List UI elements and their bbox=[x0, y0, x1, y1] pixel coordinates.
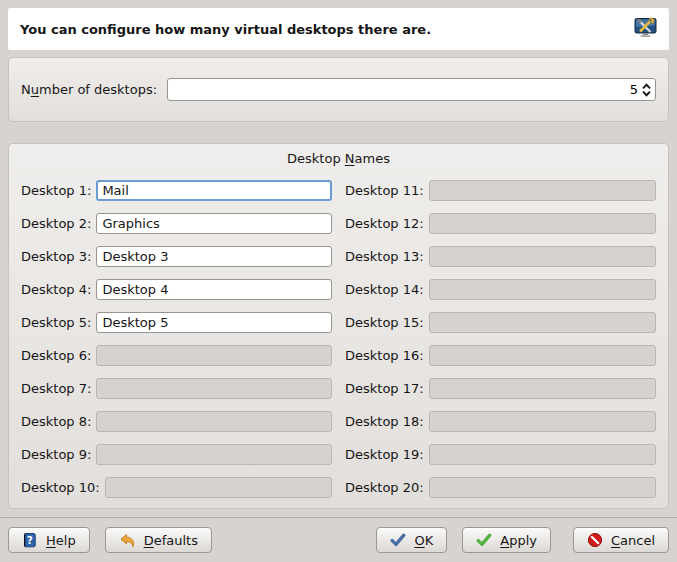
desktop-name-input bbox=[429, 477, 656, 498]
desktop-name-input bbox=[429, 312, 656, 333]
help-button-label: Help bbox=[46, 533, 76, 548]
apply-button-label: Apply bbox=[500, 533, 537, 548]
desktop-name-label: Desktop 9: bbox=[21, 447, 91, 462]
ok-button[interactable]: OK bbox=[376, 527, 447, 553]
desktop-name-label: Desktop 15: bbox=[345, 315, 424, 330]
desktop-name-label: Desktop 7: bbox=[21, 381, 91, 396]
desktop-name-row: Desktop 4: bbox=[21, 279, 332, 300]
number-of-desktops-spinbox bbox=[167, 78, 656, 101]
desktop-name-input bbox=[96, 444, 332, 465]
check-blue-icon bbox=[390, 533, 406, 547]
desktop-name-label: Desktop 5: bbox=[21, 315, 91, 330]
desktop-name-label: Desktop 1: bbox=[21, 183, 91, 198]
desktop-name-label: Desktop 18: bbox=[345, 414, 424, 429]
desktop-name-row: Desktop 3: bbox=[21, 246, 332, 267]
desktop-names-group: Desktop Names Desktop 1: Desktop 2: Desk… bbox=[8, 143, 669, 509]
desktop-name-row: Desktop 19: bbox=[345, 444, 656, 465]
chevron-up-icon[interactable] bbox=[641, 83, 652, 90]
cancel-button-label: Cancel bbox=[611, 533, 655, 548]
virtual-desktops-settings-window: You can configure how many virtual deskt… bbox=[0, 0, 677, 562]
desktop-name-input[interactable] bbox=[96, 279, 332, 300]
desktop-name-row: Desktop 2: bbox=[21, 213, 332, 234]
desktop-name-label: Desktop 3: bbox=[21, 249, 91, 264]
desktop-name-input bbox=[429, 246, 656, 267]
desktop-name-input bbox=[105, 477, 332, 498]
ok-button-label: OK bbox=[414, 533, 433, 548]
desktop-name-label: Desktop 10: bbox=[21, 480, 100, 495]
header-message: You can configure how many virtual deskt… bbox=[20, 22, 431, 37]
desktop-name-label: Desktop 14: bbox=[345, 282, 424, 297]
desktop-name-label: Desktop 20: bbox=[345, 480, 424, 495]
header-band: You can configure how many virtual deskt… bbox=[8, 8, 669, 50]
desktop-name-input[interactable] bbox=[96, 246, 332, 267]
desktop-name-input bbox=[429, 378, 656, 399]
desktop-name-label: Desktop 8: bbox=[21, 414, 91, 429]
help-book-icon: ? bbox=[22, 532, 38, 548]
desktop-name-input[interactable] bbox=[96, 312, 332, 333]
number-of-desktops-label: Number of desktops: bbox=[21, 82, 157, 97]
prohibition-icon bbox=[587, 532, 603, 548]
desktop-name-row: Desktop 8: bbox=[21, 411, 332, 432]
desktop-name-input bbox=[429, 411, 656, 432]
spin-arrows bbox=[641, 83, 652, 97]
desktop-names-column-right: Desktop 11: Desktop 12: Desktop 13: Desk… bbox=[345, 180, 656, 498]
desktop-name-input bbox=[429, 345, 656, 366]
undo-arrow-icon bbox=[119, 533, 136, 548]
desktop-name-input bbox=[429, 444, 656, 465]
desktop-name-label: Desktop 17: bbox=[345, 381, 424, 396]
desktop-name-row: Desktop 13: bbox=[345, 246, 656, 267]
desktop-names-column-left: Desktop 1: Desktop 2: Desktop 3: Desktop… bbox=[21, 180, 332, 498]
help-button[interactable]: ? Help bbox=[8, 527, 90, 553]
desktop-name-label: Desktop 4: bbox=[21, 282, 91, 297]
desktop-name-row: Desktop 1: bbox=[21, 180, 332, 201]
cancel-button[interactable]: Cancel bbox=[573, 527, 669, 553]
desktop-count-panel: Number of desktops: bbox=[8, 57, 669, 122]
desktop-name-label: Desktop 2: bbox=[21, 216, 91, 231]
desktop-name-row: Desktop 9: bbox=[21, 444, 332, 465]
desktop-name-input bbox=[429, 213, 656, 234]
desktop-name-input bbox=[429, 180, 656, 201]
desktop-name-row: Desktop 6: bbox=[21, 345, 332, 366]
apply-button[interactable]: Apply bbox=[462, 527, 551, 553]
desktop-name-row: Desktop 18: bbox=[345, 411, 656, 432]
desktop-name-label: Desktop 13: bbox=[345, 249, 424, 264]
button-bar: ? Help Defaults OK Apply bbox=[8, 518, 669, 553]
desktop-name-label: Desktop 16: bbox=[345, 348, 424, 363]
desktop-name-input[interactable] bbox=[96, 213, 332, 234]
desktop-name-label: Desktop 12: bbox=[345, 216, 424, 231]
desktop-names-title: Desktop Names bbox=[21, 150, 656, 168]
desktop-name-row: Desktop 7: bbox=[21, 378, 332, 399]
desktop-name-input bbox=[96, 345, 332, 366]
defaults-button[interactable]: Defaults bbox=[105, 527, 212, 553]
desktop-name-label: Desktop 11: bbox=[345, 183, 424, 198]
desktop-name-row: Desktop 5: bbox=[21, 312, 332, 333]
chevron-down-icon[interactable] bbox=[641, 90, 652, 97]
desktop-name-row: Desktop 16: bbox=[345, 345, 656, 366]
desktop-name-row: Desktop 12: bbox=[345, 213, 656, 234]
check-green-icon bbox=[476, 533, 492, 547]
number-of-desktops-input[interactable] bbox=[174, 82, 641, 97]
desktop-name-row: Desktop 14: bbox=[345, 279, 656, 300]
desktop-name-input bbox=[96, 411, 332, 432]
svg-text:?: ? bbox=[27, 534, 33, 546]
desktop-name-input bbox=[96, 378, 332, 399]
desktop-configure-icon bbox=[634, 16, 657, 42]
desktop-name-input bbox=[429, 279, 656, 300]
desktop-name-row: Desktop 15: bbox=[345, 312, 656, 333]
desktop-name-input[interactable] bbox=[96, 180, 332, 201]
desktop-name-row: Desktop 11: bbox=[345, 180, 656, 201]
desktop-names-columns: Desktop 1: Desktop 2: Desktop 3: Desktop… bbox=[21, 180, 656, 498]
desktop-name-label: Desktop 19: bbox=[345, 447, 424, 462]
defaults-button-label: Defaults bbox=[144, 533, 198, 548]
desktop-name-row: Desktop 17: bbox=[345, 378, 656, 399]
desktop-name-row: Desktop 20: bbox=[345, 477, 656, 498]
desktop-name-label: Desktop 6: bbox=[21, 348, 91, 363]
desktop-name-row: Desktop 10: bbox=[21, 477, 332, 498]
